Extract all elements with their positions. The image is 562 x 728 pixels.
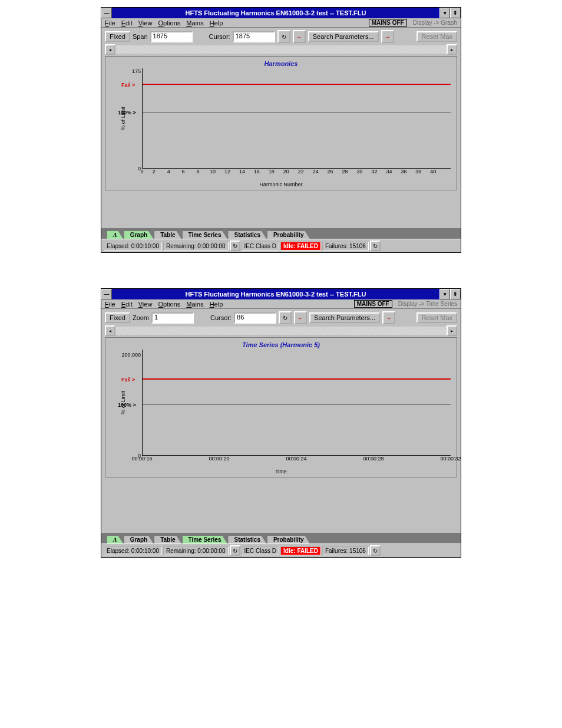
maximize-icon[interactable]: ⇕: [450, 8, 461, 18]
mains-off-button[interactable]: MAINS OFF: [354, 300, 392, 308]
refresh-icon[interactable]: ↻: [277, 30, 290, 43]
fail-label: Fail >: [121, 82, 135, 88]
zoom-input[interactable]: 1: [151, 312, 194, 324]
status-idle: Idle: FAILED: [280, 546, 321, 555]
display-mode-label: Display -> Time Series: [398, 301, 457, 307]
mains-off-button[interactable]: MAINS OFF: [369, 19, 407, 27]
tab-probability[interactable]: Probability: [267, 231, 310, 239]
refresh-status-icon[interactable]: ↻: [230, 545, 240, 556]
display-mode-label: Display -> Graph: [413, 19, 457, 26]
status-failures: Failures: 15106: [322, 242, 369, 251]
tab-table[interactable]: Table: [154, 231, 181, 239]
menu-options[interactable]: Options: [158, 19, 180, 27]
menubar: File Edit View Options Mains Help MAINS …: [101, 18, 461, 28]
scroll-right-icon[interactable]: ▸: [447, 44, 457, 55]
minimize-icon[interactable]: ▾: [439, 8, 450, 18]
menu-edit[interactable]: Edit: [121, 19, 133, 27]
status-elapsed: Elapsed: 0:00:10:00: [104, 242, 162, 251]
fixed-button[interactable]: Fixed: [105, 31, 130, 42]
menu-view[interactable]: View: [138, 301, 153, 308]
minimize-icon[interactable]: ▾: [439, 289, 450, 299]
reset-max-button[interactable]: Reset Max: [416, 312, 457, 323]
statusbar: Elapsed: 0:00:10:00 Remaining: 0:00:00:0…: [101, 239, 461, 252]
tab-table[interactable]: Table: [154, 536, 181, 543]
chart-title: Time Series (Harmonic 5): [111, 341, 451, 348]
span-label: Span: [133, 33, 148, 40]
scroll-right-icon[interactable]: ▸: [447, 325, 457, 336]
tab-time-series[interactable]: Time Series: [183, 536, 227, 543]
status-idle: Idle: FAILED: [280, 242, 321, 251]
cursor-input[interactable]: 1875: [233, 31, 275, 42]
status-remaining: Remaining: 0:00:00:00: [163, 242, 229, 251]
menu-mains[interactable]: Mains: [186, 19, 203, 27]
window-harmonics: — HFTS Fluctuating Harmonics EN61000-3-2…: [101, 7, 461, 253]
tab-lambda[interactable]: Λ: [107, 536, 123, 543]
tab-graph[interactable]: Graph: [124, 536, 153, 543]
refresh-icon[interactable]: ↻: [279, 311, 292, 324]
reset-max-button[interactable]: Reset Max: [416, 31, 457, 42]
window-time-series: — HFTS Fluctuating Harmonics EN61000-3-2…: [101, 288, 461, 558]
status-class: IEC Class D: [242, 242, 279, 251]
tab-graph[interactable]: Graph: [124, 231, 153, 239]
x-axis-label: Time: [111, 469, 451, 475]
menu-file[interactable]: File: [105, 19, 115, 27]
scroll-left-icon[interactable]: ◂: [105, 325, 115, 336]
percent-label: 100% >: [118, 402, 136, 408]
menu-mains[interactable]: Mains: [186, 301, 203, 308]
titlebar: — HFTS Fluctuating Harmonics EN61000-3-2…: [101, 8, 461, 18]
percent-label: 100% >: [118, 110, 136, 116]
menu-edit[interactable]: Edit: [121, 301, 133, 308]
status-class: IEC Class D: [242, 546, 279, 555]
menu-view[interactable]: View: [138, 19, 153, 27]
tab-statistics[interactable]: Statistics: [228, 536, 266, 543]
hscrollbar[interactable]: ◂ ▸: [105, 327, 457, 335]
toolbar: Fixed Span 1875 Cursor: 1875 ↻ ← Search …: [101, 28, 461, 45]
fixed-button[interactable]: Fixed: [105, 312, 130, 323]
titlebar: — HFTS Fluctuating Harmonics EN61000-3-2…: [101, 289, 461, 299]
cursor-input[interactable]: 86: [234, 312, 276, 324]
menu-help[interactable]: Help: [210, 19, 223, 27]
tab-time-series[interactable]: Time Series: [183, 231, 227, 239]
maximize-icon[interactable]: ⇕: [450, 289, 461, 299]
cursor-label: Cursor:: [210, 314, 232, 321]
toolbar: Fixed Zoom 1 Cursor: 86 ↻ ← Search Param…: [101, 309, 461, 327]
refresh-failures-icon[interactable]: ↻: [370, 545, 381, 556]
status-failures: Failures: 15106: [322, 546, 369, 555]
refresh-failures-icon[interactable]: ↻: [370, 241, 381, 251]
next-icon[interactable]: →: [382, 311, 395, 324]
cursor-label: Cursor:: [209, 33, 230, 40]
chart-time-series: Time Series (Harmonic 5) % of Limit 200,…: [105, 337, 457, 477]
tab-lambda[interactable]: Λ: [107, 231, 123, 239]
menu-options[interactable]: Options: [158, 301, 180, 308]
tab-probability[interactable]: Probability: [267, 536, 310, 543]
menu-help[interactable]: Help: [210, 301, 223, 308]
prev-icon[interactable]: ←: [293, 30, 306, 43]
next-icon[interactable]: →: [381, 30, 394, 43]
fail-label: Fail >: [121, 377, 135, 383]
refresh-status-icon[interactable]: ↻: [230, 241, 240, 251]
sysmenu-icon[interactable]: —: [101, 8, 112, 18]
status-elapsed: Elapsed: 0:00:10:00: [104, 546, 162, 555]
search-parameters-button[interactable]: Search Parameters...: [308, 31, 379, 42]
window-title: HFTS Fluctuating Harmonics EN61000-3-2 t…: [112, 8, 439, 18]
window-title: HFTS Fluctuating Harmonics EN61000-3-2 t…: [112, 289, 439, 299]
tab-row: Λ Graph Table Time Series Statistics Pro…: [101, 533, 461, 543]
prev-icon[interactable]: ←: [294, 311, 307, 324]
chart-harmonics: Harmonics % of Limit 175 0 Fail > 100% >…: [105, 56, 457, 190]
sysmenu-icon[interactable]: —: [101, 289, 112, 299]
chart-title: Harmonics: [111, 60, 451, 67]
menu-file[interactable]: File: [105, 301, 115, 308]
tab-statistics[interactable]: Statistics: [228, 231, 266, 239]
statusbar: Elapsed: 0:00:10:00 Remaining: 0:00:00:0…: [101, 543, 461, 557]
search-parameters-button[interactable]: Search Parameters...: [309, 312, 380, 323]
menubar: File Edit View Options Mains Help MAINS …: [101, 299, 461, 309]
status-remaining: Remaining: 0:00:00:00: [163, 546, 229, 555]
scroll-left-icon[interactable]: ◂: [105, 44, 115, 55]
tab-row: Λ Graph Table Time Series Statistics Pro…: [101, 228, 461, 239]
x-axis-label: Harmonic Number: [111, 182, 451, 187]
zoom-label: Zoom: [133, 314, 149, 321]
span-input[interactable]: 1875: [150, 31, 193, 42]
hscrollbar[interactable]: ◂ ▸: [105, 45, 457, 54]
